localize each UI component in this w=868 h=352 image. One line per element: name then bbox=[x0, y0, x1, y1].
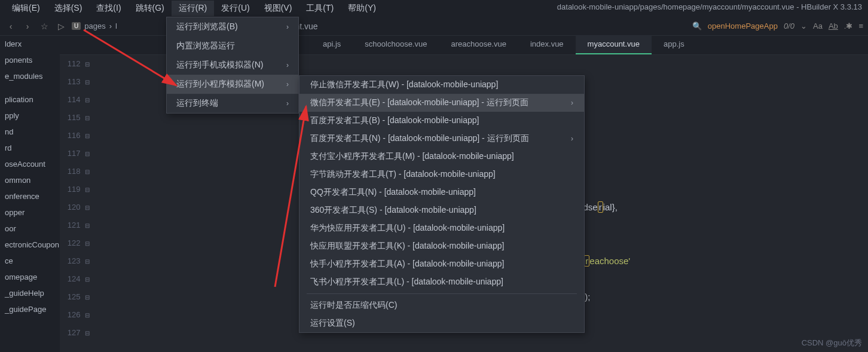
tab-index.vue[interactable]: index.vue bbox=[518, 36, 576, 54]
search-icon[interactable]: 🔍 bbox=[692, 22, 702, 30]
sidebar-item[interactable] bbox=[0, 84, 60, 91]
line-number: 113 ⊟ bbox=[60, 73, 90, 91]
sidebar-item[interactable]: nd bbox=[0, 124, 60, 140]
tab-app.js[interactable]: app.js bbox=[652, 36, 696, 54]
chevron-right-icon: › bbox=[571, 134, 573, 143]
line-number: 115 ⊟ bbox=[60, 109, 90, 127]
line-number: 120 ⊟ bbox=[60, 198, 90, 216]
line-number: 121 ⊟ bbox=[60, 216, 90, 234]
menu-4[interactable]: 运行(R) bbox=[172, 1, 214, 16]
regex-icon[interactable]: .✱ bbox=[844, 22, 853, 30]
sidebar-item[interactable]: lderx bbox=[0, 36, 60, 52]
crumb-pages[interactable]: pages bbox=[84, 22, 105, 30]
open-app-label[interactable]: openHomePageApp bbox=[708, 22, 778, 30]
gutter: 112 ⊟113 ⊟114 ⊟115 ⊟116 ⊟117 ⊟118 ⊟119 ⊟… bbox=[60, 55, 96, 352]
line-number: 112 ⊟ bbox=[60, 55, 90, 73]
chevron-down-icon[interactable]: ⌄ bbox=[800, 22, 807, 30]
submenu-item[interactable]: 快应用联盟开发者工具(K) - [datalook-mobile-uniapp] bbox=[299, 237, 584, 255]
menu-8[interactable]: 帮助(Y) bbox=[341, 1, 383, 16]
submenu-item[interactable]: 华为快应用开发者工具(U) - [datalook-mobile-uniapp] bbox=[299, 219, 584, 237]
sidebar-item[interactable]: oor bbox=[0, 221, 60, 237]
crumb-badge: U bbox=[72, 22, 81, 30]
submenu-item[interactable]: 字节跳动开发者工具(T) - [datalook-mobile-uniapp] bbox=[299, 166, 584, 183]
menu-0[interactable]: 编辑(E) bbox=[5, 1, 47, 16]
line-number: 116 ⊟ bbox=[60, 127, 90, 145]
menu-6[interactable]: 视图(V) bbox=[257, 1, 299, 16]
nav-forward-icon[interactable]: › bbox=[22, 20, 33, 32]
line-number: 125 ⊟ bbox=[60, 288, 90, 306]
chevron-right-icon: › bbox=[286, 99, 289, 108]
menu-item[interactable]: 内置浏览器运行 bbox=[167, 36, 298, 56]
menu-3[interactable]: 跳转(G) bbox=[129, 1, 172, 16]
crumb-sep: › bbox=[109, 22, 112, 30]
sidebar-item[interactable]: e_modules bbox=[0, 68, 60, 84]
sidebar-item[interactable]: _guidePage bbox=[0, 301, 60, 317]
tab-api.js[interactable]: api.js bbox=[311, 36, 353, 54]
menu-2[interactable]: 查找(I) bbox=[89, 1, 128, 16]
line-number: 114 ⊟ bbox=[60, 91, 90, 109]
submenu-item[interactable]: 快手小程序开发者工具(A) - [datalook-mobile-uniapp] bbox=[299, 255, 584, 273]
sidebar-item[interactable]: omepage bbox=[0, 269, 60, 285]
toolbar: ‹ › ☆ ▷ U pages › l ccount.vue 🔍 openHom… bbox=[0, 17, 868, 36]
submenu-item[interactable]: 停止微信开发者工具(W) - [datalook-mobile-uniapp] bbox=[299, 76, 584, 94]
word-icon[interactable]: Ab bbox=[829, 22, 838, 30]
nav-back-icon[interactable]: ‹ bbox=[5, 20, 17, 32]
sidebar-item[interactable]: plication bbox=[0, 91, 60, 108]
submenu-item[interactable]: 微信开发者工具(E) - [datalook-mobile-uniapp] - … bbox=[299, 94, 584, 112]
submenu-item[interactable]: QQ开发者工具(N) - [datalook-mobile-uniapp] bbox=[299, 183, 584, 201]
watermark: CSDN @guō优秀 bbox=[802, 338, 862, 348]
sidebar-item[interactable]: ommon bbox=[0, 172, 60, 188]
menu-item[interactable]: 运行到小程序模拟器(M)› bbox=[167, 75, 298, 94]
menu-5[interactable]: 发行(U) bbox=[214, 1, 256, 16]
chevron-right-icon: › bbox=[286, 80, 289, 88]
submenu-item[interactable]: 运行时是否压缩代码(C) bbox=[299, 296, 584, 314]
line-number: 124 ⊟ bbox=[60, 270, 90, 288]
menu-item[interactable]: 运行到终端› bbox=[167, 94, 298, 113]
line-number: 118 ⊟ bbox=[60, 163, 90, 180]
breadcrumb: U pages › l bbox=[72, 22, 117, 30]
sidebar-item[interactable]: rd bbox=[0, 140, 60, 156]
menu-icon[interactable]: ≡ bbox=[858, 22, 863, 30]
app-title: datalook-mobile-uniapp/pages/homepage/my… bbox=[557, 2, 862, 11]
sidebar-item[interactable]: pply bbox=[0, 108, 60, 124]
sidebar-item[interactable]: ce bbox=[0, 253, 60, 269]
tab-myaccount.vue[interactable]: myaccount.vue bbox=[576, 36, 652, 54]
chevron-right-icon: › bbox=[286, 23, 289, 31]
crumb-l[interactable]: l bbox=[115, 22, 117, 30]
miniprogram-submenu: 停止微信开发者工具(W) - [datalook-mobile-uniapp]微… bbox=[299, 75, 585, 333]
sidebar-item[interactable]: ectronicCoupon bbox=[0, 237, 60, 253]
sidebar-item[interactable]: ponents bbox=[0, 52, 60, 68]
play-icon[interactable]: ▷ bbox=[55, 20, 67, 32]
submenu-item[interactable]: 飞书小程序开发者工具(L) - [datalook-mobile-uniapp] bbox=[299, 273, 584, 291]
menu-7[interactable]: 工具(T) bbox=[299, 1, 341, 16]
run-menu: 运行到浏览器(B)›内置浏览器运行运行到手机或模拟器(N)›运行到小程序模拟器(… bbox=[166, 17, 299, 114]
line-number: 119 ⊟ bbox=[60, 180, 90, 198]
sidebar: lderxponentse_modulesplicationpplyndrdos… bbox=[0, 36, 60, 352]
line-number: 127 ⊟ bbox=[60, 324, 90, 342]
submenu-item[interactable]: 360开发者工具(S) - [datalook-mobile-uniapp] bbox=[299, 201, 584, 219]
line-number: 123 ⊟ bbox=[60, 252, 90, 270]
tab-schoolchoose.vue[interactable]: schoolchoose.vue bbox=[353, 36, 439, 54]
star-icon[interactable]: ☆ bbox=[38, 20, 50, 32]
sidebar-item[interactable]: opper bbox=[0, 204, 60, 221]
menu-item[interactable]: 运行到手机或模拟器(N)› bbox=[167, 56, 298, 75]
submenu-item[interactable]: 百度开发者工具(N) - [datalook-mobile-uniapp] - … bbox=[299, 130, 584, 148]
menu-1[interactable]: 选择(S) bbox=[47, 1, 90, 16]
submenu-item[interactable]: 百度开发者工具(B) - [datalook-mobile-uniapp] bbox=[299, 112, 584, 130]
sidebar-item[interactable]: onference bbox=[0, 188, 60, 204]
line-number: 122 ⊟ bbox=[60, 234, 90, 252]
search-counter: 0/0 bbox=[784, 22, 794, 30]
line-number: 126 ⊟ bbox=[60, 306, 90, 324]
chevron-right-icon: › bbox=[286, 61, 289, 69]
chevron-right-icon: › bbox=[571, 99, 573, 107]
separator bbox=[307, 293, 577, 294]
sidebar-item[interactable]: _guideHelp bbox=[0, 285, 60, 301]
submenu-item[interactable]: 支付宝小程序开发者工具(M) - [datalook-mobile-uniapp… bbox=[299, 148, 584, 166]
sidebar-item[interactable]: oseAccount bbox=[0, 156, 60, 172]
case-icon[interactable]: Aa bbox=[813, 22, 823, 30]
tab-areachoose.vue[interactable]: areachoose.vue bbox=[439, 36, 518, 54]
line-number: 117 ⊟ bbox=[60, 145, 90, 163]
menu-item[interactable]: 运行到浏览器(B)› bbox=[167, 17, 298, 36]
submenu-item[interactable]: 运行设置(S) bbox=[299, 314, 584, 332]
